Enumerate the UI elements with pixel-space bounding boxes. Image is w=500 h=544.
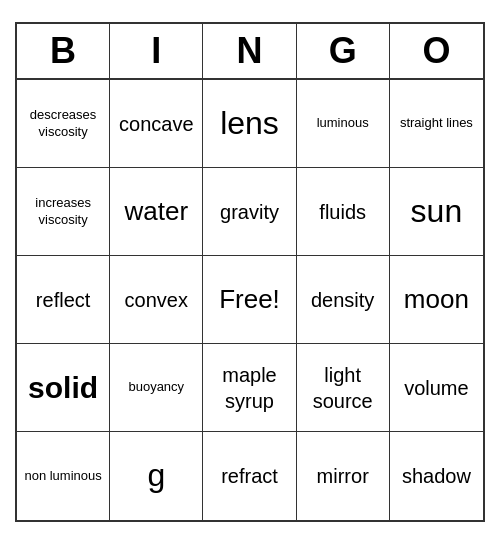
cell-text-1: concave bbox=[119, 111, 194, 137]
cell-text-9: sun bbox=[411, 191, 463, 233]
cell-text-5: increases viscosity bbox=[21, 195, 105, 229]
bingo-cell-0: descreases viscosity bbox=[17, 80, 110, 168]
cell-text-16: buoyancy bbox=[128, 379, 184, 396]
cell-text-8: fluids bbox=[319, 199, 366, 225]
bingo-cell-20: non luminous bbox=[17, 432, 110, 520]
cell-text-12: Free! bbox=[219, 283, 280, 317]
bingo-cell-21: g bbox=[110, 432, 203, 520]
bingo-cell-3: luminous bbox=[297, 80, 390, 168]
bingo-cell-9: sun bbox=[390, 168, 483, 256]
header-letter-g: G bbox=[297, 24, 390, 78]
cell-text-4: straight lines bbox=[400, 115, 473, 132]
bingo-grid: descreases viscosityconcavelensluminouss… bbox=[17, 80, 483, 520]
cell-text-6: water bbox=[125, 195, 189, 229]
cell-text-20: non luminous bbox=[24, 468, 101, 485]
cell-text-23: mirror bbox=[317, 463, 369, 489]
cell-text-21: g bbox=[147, 455, 165, 497]
bingo-cell-19: volume bbox=[390, 344, 483, 432]
bingo-cell-5: increases viscosity bbox=[17, 168, 110, 256]
cell-text-24: shadow bbox=[402, 463, 471, 489]
bingo-cell-23: mirror bbox=[297, 432, 390, 520]
cell-text-22: refract bbox=[221, 463, 278, 489]
bingo-cell-16: buoyancy bbox=[110, 344, 203, 432]
bingo-cell-10: reflect bbox=[17, 256, 110, 344]
bingo-cell-1: concave bbox=[110, 80, 203, 168]
bingo-cell-17: maple syrup bbox=[203, 344, 296, 432]
cell-text-15: solid bbox=[28, 368, 98, 407]
cell-text-2: lens bbox=[220, 103, 279, 145]
bingo-card: BINGO descreases viscosityconcavelenslum… bbox=[15, 22, 485, 522]
bingo-cell-13: density bbox=[297, 256, 390, 344]
bingo-header: BINGO bbox=[17, 24, 483, 80]
bingo-cell-12: Free! bbox=[203, 256, 296, 344]
cell-text-7: gravity bbox=[220, 199, 279, 225]
cell-text-19: volume bbox=[404, 375, 468, 401]
bingo-cell-18: light source bbox=[297, 344, 390, 432]
bingo-cell-6: water bbox=[110, 168, 203, 256]
header-letter-i: I bbox=[110, 24, 203, 78]
cell-text-0: descreases viscosity bbox=[21, 107, 105, 141]
cell-text-13: density bbox=[311, 287, 374, 313]
bingo-cell-24: shadow bbox=[390, 432, 483, 520]
cell-text-14: moon bbox=[404, 283, 469, 317]
bingo-cell-4: straight lines bbox=[390, 80, 483, 168]
bingo-cell-2: lens bbox=[203, 80, 296, 168]
cell-text-17: maple syrup bbox=[207, 362, 291, 414]
cell-text-3: luminous bbox=[317, 115, 369, 132]
bingo-cell-11: convex bbox=[110, 256, 203, 344]
cell-text-18: light source bbox=[301, 362, 385, 414]
cell-text-10: reflect bbox=[36, 287, 90, 313]
cell-text-11: convex bbox=[125, 287, 188, 313]
bingo-cell-14: moon bbox=[390, 256, 483, 344]
header-letter-b: B bbox=[17, 24, 110, 78]
bingo-cell-7: gravity bbox=[203, 168, 296, 256]
header-letter-n: N bbox=[203, 24, 296, 78]
bingo-cell-22: refract bbox=[203, 432, 296, 520]
bingo-cell-15: solid bbox=[17, 344, 110, 432]
bingo-cell-8: fluids bbox=[297, 168, 390, 256]
header-letter-o: O bbox=[390, 24, 483, 78]
